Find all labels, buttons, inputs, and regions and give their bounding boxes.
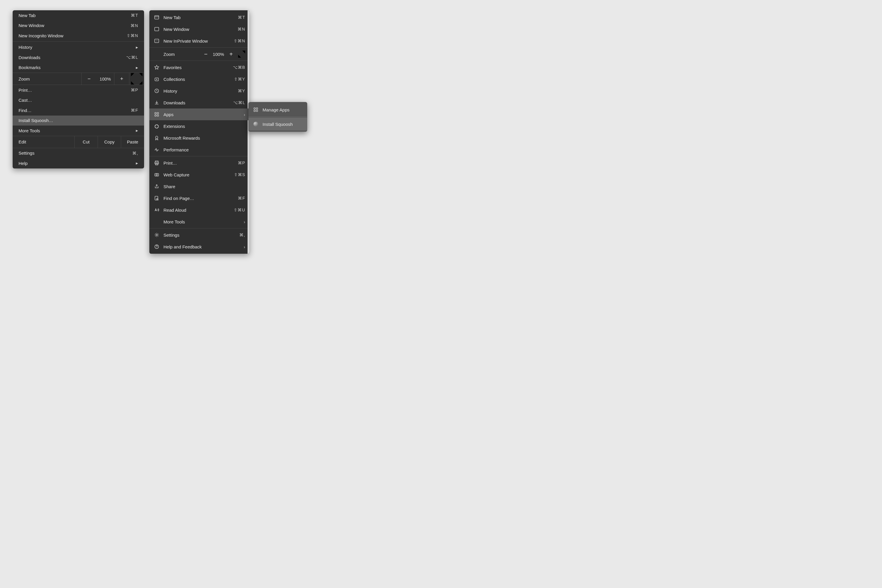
label: Collections <box>164 77 234 82</box>
menu-item-read-aloud[interactable]: Read Aloud ⇧⌘U <box>149 204 249 216</box>
label: Downloads <box>164 100 233 105</box>
menu-item-cast[interactable]: Cast… <box>13 95 144 105</box>
menu-item-help[interactable]: Help ▸ <box>13 158 144 168</box>
menu-item-help-and-feedback[interactable]: Help and Feedback › <box>149 241 249 252</box>
label: Help and Feedback <box>164 244 244 249</box>
zoom-out-button[interactable]: − <box>201 50 211 58</box>
submenu-item-manage-apps[interactable]: Manage Apps <box>248 103 307 116</box>
shortcut: ⌘N <box>237 27 245 32</box>
menu-item-new-inprivate-window[interactable]: New InPrivate Window ⇧⌘N <box>149 35 249 47</box>
print-icon <box>153 160 160 166</box>
collections-icon <box>153 76 160 82</box>
squoosh-app-icon <box>252 121 259 127</box>
svg-rect-20 <box>256 108 258 110</box>
shortcut: ⇧⌘N <box>234 39 245 43</box>
label: New InPrivate Window <box>164 39 234 44</box>
menu-item-new-tab[interactable]: New Tab ⌘T <box>13 10 144 21</box>
zoom-out-button[interactable]: − <box>81 73 96 85</box>
shortcut: ⌘F <box>238 196 245 201</box>
fullscreen-icon <box>129 72 144 86</box>
menu-item-find[interactable]: Find… ⌘F <box>13 105 144 116</box>
menu-item-print[interactable]: Print… ⌘P <box>13 85 144 95</box>
menu-item-extensions[interactable]: Extensions <box>149 120 249 132</box>
label: Help <box>18 161 136 166</box>
separator <box>149 228 249 228</box>
shortcut: ⌘Y <box>238 88 245 93</box>
fullscreen-button[interactable] <box>129 73 144 85</box>
download-icon <box>153 99 160 106</box>
menu-item-print[interactable]: Print… ⌘P <box>149 157 249 169</box>
copy-button[interactable]: Copy <box>98 136 121 148</box>
shortcut: ⇧⌘Y <box>234 77 245 81</box>
svg-rect-12 <box>156 164 158 165</box>
shortcut: ⌘, <box>239 232 245 237</box>
menu-item-find-on-page[interactable]: Find on Page… ⌘F <box>149 192 249 204</box>
menu-item-new-incognito-window[interactable]: New Incognito Window ⇧⌘N <box>13 31 144 41</box>
star-icon <box>153 64 160 70</box>
shortcut: ⌥⌘B <box>233 65 245 70</box>
menu-item-microsoft-rewards[interactable]: Microsoft Rewards <box>149 132 249 144</box>
submenu-arrow-icon: ▸ <box>136 128 138 133</box>
menu-item-collections[interactable]: Collections ⇧⌘Y <box>149 73 249 85</box>
shortcut: ⌘P <box>131 88 138 92</box>
svg-rect-21 <box>254 110 255 112</box>
svg-rect-22 <box>256 110 258 112</box>
expand-icon <box>236 49 247 59</box>
window-icon <box>153 26 160 32</box>
shortcut: ⌥⌘L <box>233 100 245 105</box>
menu-item-more-tools[interactable]: More Tools › <box>149 216 249 228</box>
svg-rect-6 <box>157 112 159 114</box>
paste-button[interactable]: Paste <box>121 136 144 148</box>
shortcut: ⌘F <box>131 108 138 112</box>
menu-item-downloads[interactable]: Downloads ⌥⌘L <box>149 97 249 108</box>
svg-rect-5 <box>155 112 156 114</box>
menu-item-favorites[interactable]: Favorites ⌥⌘B <box>149 62 249 73</box>
submenu-item-install-squoosh[interactable]: Install Squoosh <box>248 118 307 130</box>
menu-item-new-window[interactable]: New Window ⌘N <box>13 21 144 31</box>
shortcut: ⌘, <box>132 151 138 156</box>
shortcut: ⌘T <box>238 15 245 20</box>
svg-rect-1 <box>154 27 159 31</box>
label: Print… <box>164 160 238 165</box>
rewards-icon <box>153 135 160 141</box>
menu-item-install-squoosh[interactable]: Install Squoosh… <box>13 116 144 126</box>
menu-item-performance[interactable]: Performance <box>149 144 249 156</box>
menu-item-apps[interactable]: Apps › <box>149 108 249 120</box>
menu-item-settings[interactable]: Settings ⌘, <box>149 229 249 241</box>
shortcut: ⌥⌘L <box>126 55 138 60</box>
label: Favorites <box>164 65 233 70</box>
zoom-in-button[interactable]: + <box>226 50 236 58</box>
separator <box>149 156 249 156</box>
menu-item-downloads[interactable]: Downloads ⌥⌘L <box>13 52 144 63</box>
submenu-arrow-icon: ▸ <box>136 65 138 70</box>
menu-item-bookmarks[interactable]: Bookmarks ▸ <box>13 63 144 73</box>
find-icon <box>153 195 160 201</box>
label: Performance <box>164 147 245 152</box>
share-icon <box>153 183 160 190</box>
label: Microsoft Rewards <box>164 135 245 141</box>
menu-item-history[interactable]: History ▸ <box>13 42 144 52</box>
submenu-arrow-icon: ▸ <box>136 160 138 166</box>
menu-item-new-window[interactable]: New Window ⌘N <box>149 23 249 35</box>
label: Find on Page… <box>164 196 238 201</box>
blank-icon <box>153 219 160 225</box>
new-tab-icon <box>153 14 160 21</box>
svg-rect-8 <box>157 115 159 116</box>
label: Web Capture <box>164 172 234 177</box>
menu-item-new-tab[interactable]: New Tab ⌘T <box>149 12 249 23</box>
label: History <box>164 88 238 93</box>
label: Install Squoosh… <box>18 118 138 123</box>
zoom-value: 100% <box>96 76 114 81</box>
menu-item-share[interactable]: Share <box>149 180 249 192</box>
gear-icon <box>153 232 160 238</box>
menu-item-more-tools[interactable]: More Tools ▸ <box>13 126 144 136</box>
label: More Tools <box>18 128 136 133</box>
label: Print… <box>18 88 131 93</box>
cut-button[interactable]: Cut <box>74 136 98 148</box>
menu-item-settings[interactable]: Settings ⌘, <box>13 148 144 159</box>
zoom-in-button[interactable]: + <box>114 73 129 85</box>
fullscreen-button[interactable] <box>236 50 247 58</box>
label: Read Aloud <box>164 208 234 213</box>
menu-item-web-capture[interactable]: Web Capture ⇧⌘S <box>149 169 249 180</box>
menu-item-history[interactable]: History ⌘Y <box>149 85 249 97</box>
